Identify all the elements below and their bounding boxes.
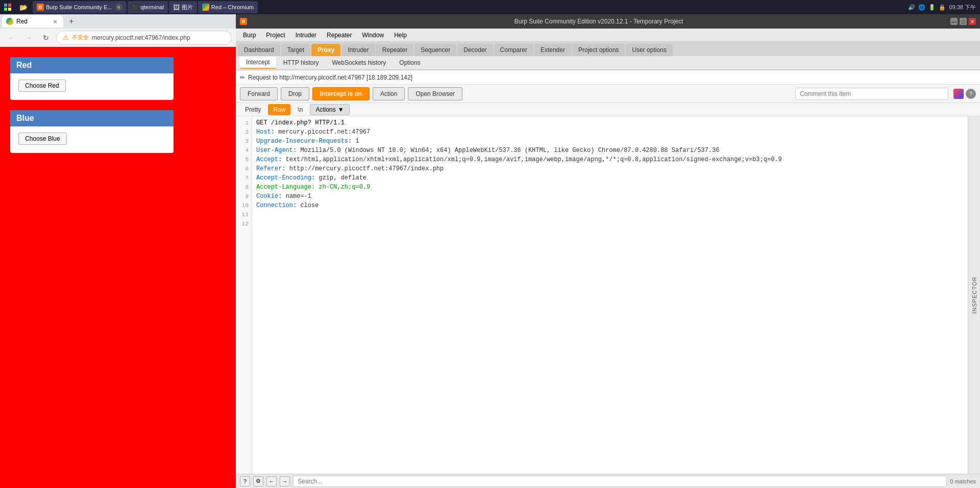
secondary-tabs: Intercept HTTP history WebSockets histor…	[236, 56, 980, 70]
svg-rect-0	[4, 4, 7, 7]
color-picker-icon[interactable]	[953, 89, 964, 99]
request-line-2: Host: mercury.picoctf.net:47967	[256, 127, 964, 137]
actions-dropdown[interactable]: Actions ▼	[310, 104, 349, 115]
page-content: Red Choose Red Blue Choose Blue	[0, 47, 236, 173]
url-display: mercury.picoctf.net:47967/index.php	[92, 34, 190, 41]
taskbar-right: 🔊 🌐 🔋 🔒 09:38 下午	[908, 4, 978, 11]
insecure-icon: ⚠	[63, 34, 69, 41]
taskbar: 📂 B Burp Suite Community E... 4 ⬛ qtermi…	[0, 0, 980, 14]
matches-count: 0 matches	[950, 478, 976, 484]
drop-button[interactable]: Drop	[281, 87, 309, 100]
tab-proxy[interactable]: Proxy	[311, 44, 340, 56]
tab-target[interactable]: Target	[281, 44, 310, 56]
maximize-button[interactable]: □	[960, 18, 967, 25]
forward-button[interactable]: →	[21, 31, 36, 45]
menu-window[interactable]: Window	[357, 30, 389, 40]
browser-content: Red Choose Red Blue Choose Blue	[0, 47, 236, 488]
red-section: Red Choose Red	[10, 57, 174, 100]
taskbar-app-burp[interactable]: B Burp Suite Community E... 4	[33, 1, 127, 13]
choose-blue-button[interactable]: Choose Blue	[18, 133, 67, 145]
pretty-raw-tabs: Pretty Raw \n Actions ▼	[236, 103, 980, 116]
taskbar-start-icon[interactable]	[2, 2, 13, 13]
request-line-3: Upgrade-Insecure-Requests: 1	[256, 137, 964, 146]
tab-intruder[interactable]: Intruder	[341, 44, 375, 56]
tab-options[interactable]: Options	[393, 57, 426, 69]
burp-menu: Burp Project Intruder Repeater Window He…	[236, 29, 980, 42]
new-tab-button[interactable]: +	[65, 15, 78, 28]
comment-input[interactable]	[795, 88, 948, 100]
primary-tabs: Dashboard Target Proxy Intruder Repeater…	[236, 42, 980, 56]
tab-repeater[interactable]: Repeater	[376, 44, 413, 56]
menu-help[interactable]: Help	[389, 30, 412, 40]
taskbar-app-images[interactable]: 🖼 图片	[169, 1, 197, 13]
back-button[interactable]: ←	[4, 31, 18, 45]
nav-back-bottom-button[interactable]: ←	[266, 476, 277, 486]
action-bar: Forward Drop Intercept is on Action Open…	[236, 85, 980, 103]
request-line-6: Referer: http://mercury.picoctf.net:4796…	[256, 164, 964, 173]
tab-comparer[interactable]: Comparer	[494, 44, 533, 56]
svg-rect-2	[4, 8, 7, 11]
inspector-panel[interactable]: INSPECTOR	[968, 116, 980, 474]
request-line-10: Connection: close	[256, 201, 964, 210]
taskbar-app-terminal[interactable]: ⬛ qterminal	[128, 1, 168, 13]
browser-tab-red[interactable]: Red ✕	[2, 15, 63, 28]
svg-rect-1	[8, 4, 11, 7]
inspector-label: INSPECTOR	[971, 276, 977, 314]
help-icon[interactable]: ?	[966, 89, 976, 99]
intercept-on-button[interactable]: Intercept is on	[312, 87, 370, 100]
menu-burp[interactable]: Burp	[238, 30, 261, 40]
action-button[interactable]: Action	[373, 87, 405, 100]
burp-main: ✏ Request to http://mercury.picoctf.net:…	[236, 70, 980, 488]
menu-intruder[interactable]: Intruder	[290, 30, 322, 40]
svg-rect-3	[8, 8, 11, 11]
tab-http-history[interactable]: HTTP history	[277, 57, 325, 69]
open-browser-button[interactable]: Open Browser	[408, 87, 462, 100]
request-url-text: Request to http://mercury.picoctf.net:47…	[248, 74, 412, 81]
tab-sequencer[interactable]: Sequencer	[414, 44, 456, 56]
address-bar[interactable]: ⚠ 不安全 mercury.picoctf.net:47967/index.ph…	[56, 31, 232, 45]
bottom-bar: ? ⚙ ← → 0 matches	[236, 474, 980, 488]
tab-decoder[interactable]: Decoder	[457, 44, 493, 56]
nav-forward-bottom-button[interactable]: →	[280, 476, 290, 486]
request-url-bar: ✏ Request to http://mercury.picoctf.net:…	[236, 70, 980, 85]
line-numbers: 1 2 3 4 5 6 7 8 9 10 11 12	[236, 116, 252, 474]
raw-tab[interactable]: Raw	[268, 104, 290, 115]
blue-title: Blue	[16, 114, 34, 123]
main-area: Red ✕ + ← → ↻ ⚠ 不安全 mercury.picoctf.net:…	[0, 14, 980, 488]
request-line-4: User-Agent: Mozilla/5.0 (Windows NT 10.0…	[256, 146, 964, 155]
tab-extender[interactable]: Extender	[534, 44, 571, 56]
search-input[interactable]	[293, 476, 947, 487]
tab-close-button[interactable]: ✕	[51, 17, 59, 25]
forward-button[interactable]: Forward	[240, 87, 278, 100]
tab-project-options[interactable]: Project options	[572, 44, 625, 56]
help-bottom-button[interactable]: ?	[240, 476, 250, 486]
tab-user-options[interactable]: User options	[626, 44, 672, 56]
settings-bottom-button[interactable]: ⚙	[253, 476, 263, 486]
minimize-button[interactable]: —	[950, 18, 958, 25]
browser-toolbar: ← → ↻ ⚠ 不安全 mercury.picoctf.net:47967/in…	[0, 29, 236, 47]
request-line-11	[256, 210, 964, 219]
menu-project[interactable]: Project	[261, 30, 290, 40]
menu-repeater[interactable]: Repeater	[322, 30, 357, 40]
window-controls: — □ ✕	[950, 18, 976, 25]
browser-window: Red ✕ + ← → ↻ ⚠ 不安全 mercury.picoctf.net:…	[0, 14, 236, 488]
taskbar-app-files[interactable]: 📂	[15, 1, 32, 13]
request-line-7: Accept-Encoding: gzip, deflate	[256, 173, 964, 183]
request-line-12	[256, 219, 964, 228]
burp-title: Burp Suite Community Edition v2020.12.1 …	[247, 18, 950, 25]
request-line-1: GET /index.php? HTTP/1.1	[256, 118, 964, 127]
tab-dashboard[interactable]: Dashboard	[238, 44, 280, 56]
close-button[interactable]: ✕	[969, 18, 976, 25]
ln-tab[interactable]: \n	[292, 104, 308, 115]
reload-button[interactable]: ↻	[39, 31, 53, 45]
burp-titlebar: B Burp Suite Community Edition v2020.12.…	[236, 14, 980, 29]
taskbar-apps: 📂 B Burp Suite Community E... 4 ⬛ qtermi…	[15, 1, 906, 13]
choose-red-button[interactable]: Choose Red	[18, 80, 66, 92]
taskbar-app-chrome[interactable]: Red – Chromium	[198, 1, 258, 13]
request-editor[interactable]: 1 2 3 4 5 6 7 8 9 10 11 12	[236, 116, 968, 474]
pretty-tab[interactable]: Pretty	[240, 104, 266, 115]
request-text[interactable]: GET /index.php? HTTP/1.1 Host: mercury.p…	[252, 116, 968, 474]
tab-intercept[interactable]: Intercept	[240, 57, 276, 69]
tab-websockets-history[interactable]: WebSockets history	[326, 57, 393, 69]
blue-section: Blue Choose Blue	[10, 110, 174, 153]
